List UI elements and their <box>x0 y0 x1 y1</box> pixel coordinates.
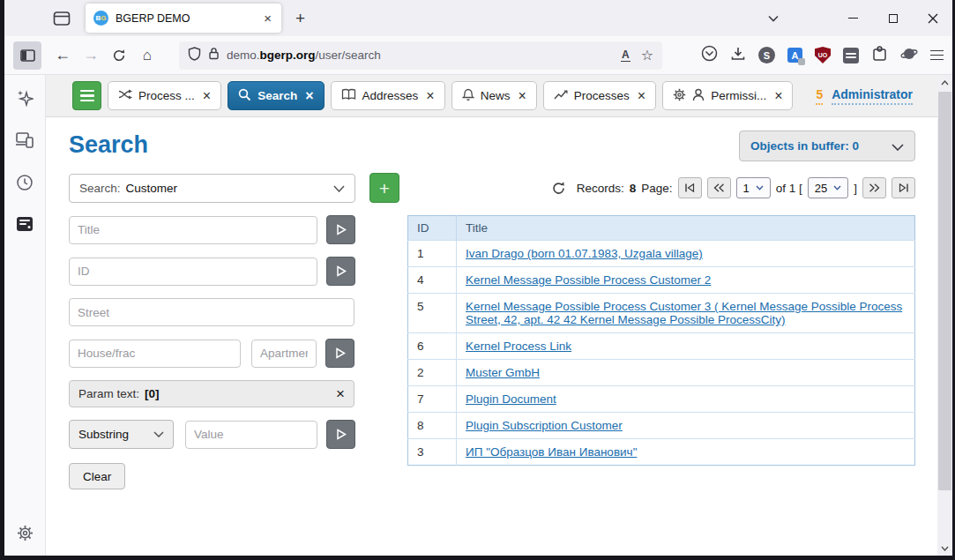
close-icon[interactable]: × <box>203 88 211 104</box>
objects-in-buffer-button[interactable]: Objects in buffer: 0 <box>739 131 915 161</box>
page-number-select[interactable]: 1 <box>736 177 771 198</box>
app-tab-process[interactable]: Process ... × <box>108 81 221 110</box>
id-input[interactable] <box>69 258 317 286</box>
history-clock-icon[interactable] <box>16 174 34 195</box>
extensions-area: S A UO <box>701 45 944 65</box>
shield-icon[interactable] <box>188 47 201 64</box>
param-value-input[interactable] <box>185 421 317 449</box>
settings-gear-icon[interactable] <box>17 525 34 545</box>
translate-page-icon[interactable]: A <box>621 49 630 62</box>
list-all-tabs-button[interactable] <box>753 0 793 36</box>
page-title: Search <box>69 131 148 159</box>
reload-button[interactable] <box>105 41 133 70</box>
close-icon[interactable]: × <box>518 88 526 104</box>
title-input[interactable] <box>69 216 317 244</box>
menu-hamburger-icon[interactable] <box>930 50 944 61</box>
pocket-icon[interactable] <box>701 45 718 65</box>
prev-page-button[interactable] <box>707 177 731 198</box>
app-tab-processes[interactable]: Processes × <box>543 81 656 110</box>
app-tab-permissions[interactable]: Permissi... × <box>662 81 793 110</box>
results-table: ID Title 1 Ivan Drago (born 01.07.1983, … <box>407 215 915 466</box>
param-filter-bar: Param text: [0] × <box>69 380 354 407</box>
ai-sparkle-icon[interactable] <box>16 89 34 110</box>
startpage-extension-icon[interactable]: S <box>758 47 775 63</box>
bookmark-star-icon[interactable]: ☆ <box>641 47 653 63</box>
refresh-icon[interactable] <box>551 181 566 196</box>
synced-tabs-icon[interactable] <box>15 131 34 153</box>
scroll-up-arrow[interactable] <box>937 75 952 90</box>
close-button[interactable] <box>913 0 952 36</box>
browser-window: BG BGERP DEMO × + ← → <box>4 0 952 556</box>
record-link[interactable]: Kernel Message Possible Process Customer… <box>466 300 902 326</box>
site-favicon: BG <box>93 11 108 26</box>
next-page-button[interactable] <box>862 177 886 198</box>
tab-close-icon[interactable]: × <box>262 11 273 26</box>
first-page-button[interactable] <box>678 177 702 198</box>
scroll-down-arrow[interactable] <box>937 541 952 556</box>
run-search-button[interactable] <box>326 420 355 449</box>
person-icon <box>692 88 705 104</box>
close-icon[interactable]: × <box>638 88 645 104</box>
url-bar[interactable]: demo.bgerp.org/user/search A ☆ <box>179 41 662 70</box>
table-row: 3 ИП "Образцов Иван Иванович" <box>408 439 915 466</box>
puzzle-extensions-icon[interactable] <box>871 45 888 65</box>
bookmarks-panel-icon[interactable] <box>16 216 34 235</box>
translate-extension-icon[interactable]: A <box>787 48 802 63</box>
content-scrollbar[interactable] <box>937 75 952 556</box>
firefox-view-icon[interactable] <box>48 5 75 32</box>
record-link[interactable]: Kernel Message Possible Process Customer… <box>466 273 711 287</box>
planet-extension-icon[interactable] <box>900 46 918 65</box>
downloads-icon[interactable] <box>730 46 746 65</box>
record-link[interactable]: Plugin Document <box>466 392 556 406</box>
new-tab-button[interactable]: + <box>295 9 305 28</box>
clear-button[interactable]: Clear <box>69 463 125 489</box>
remove-param-icon[interactable]: × <box>336 385 345 403</box>
pagination: Records: 8 Page: 1 <box>551 177 915 198</box>
run-search-button[interactable] <box>326 215 355 244</box>
run-search-button[interactable] <box>325 339 354 368</box>
apartment-input[interactable] <box>251 340 317 368</box>
close-icon[interactable]: × <box>305 88 313 104</box>
trend-chart-icon <box>554 89 568 103</box>
home-button[interactable]: ⌂ <box>133 41 161 70</box>
house-input[interactable] <box>69 340 241 368</box>
last-page-button[interactable] <box>892 177 915 198</box>
browser-tabstrip: BG BGERP DEMO × + <box>4 0 952 36</box>
forward-button[interactable]: → <box>77 41 105 70</box>
scrollbar-thumb[interactable] <box>938 92 951 490</box>
record-link[interactable]: Kernel Process Link <box>466 340 571 353</box>
app-menu-button[interactable] <box>72 81 101 110</box>
run-search-button[interactable] <box>326 257 355 286</box>
container-extension-icon[interactable] <box>843 48 859 63</box>
close-icon[interactable]: × <box>774 88 782 104</box>
record-link[interactable]: Muster GmbH <box>466 366 540 379</box>
back-button[interactable]: ← <box>48 41 77 70</box>
bell-icon <box>462 88 474 104</box>
sidebar-toggle-button[interactable] <box>13 41 41 70</box>
current-user-link[interactable]: Administrator <box>832 87 913 105</box>
search-type-select[interactable]: Search:Customer <box>69 174 355 203</box>
table-row: 1 Ivan Drago (born 01.07.1983, Uzgala vi… <box>408 241 915 267</box>
add-button[interactable]: + <box>369 173 399 203</box>
street-input[interactable] <box>69 298 354 326</box>
record-link[interactable]: ИП "Образцов Иван Иванович" <box>466 445 637 459</box>
table-row: 5 Kernel Message Possible Process Custom… <box>408 294 915 333</box>
page-size-select[interactable]: 25 <box>808 177 848 198</box>
table-row: 6 Kernel Process Link <box>408 333 915 360</box>
minimize-button[interactable] <box>833 0 873 36</box>
ublock-origin-icon[interactable]: UO <box>815 47 831 63</box>
browser-tab-active[interactable]: BG BGERP DEMO × <box>86 4 281 33</box>
search-page: Search Objects in buffer: 0 Search:Custo… <box>46 117 937 502</box>
table-header-row: ID Title <box>408 216 915 241</box>
match-mode-select[interactable]: Substring <box>69 420 174 449</box>
maximize-button[interactable] <box>873 0 913 36</box>
app-tab-search[interactable]: Search × <box>228 81 324 110</box>
lock-icon[interactable] <box>208 47 220 63</box>
book-icon <box>341 88 356 103</box>
record-link[interactable]: Ivan Drago (born 01.07.1983, Uzgala vill… <box>466 247 703 260</box>
record-link[interactable]: Plugin Subscription Customer <box>466 419 623 432</box>
app-tab-addresses[interactable]: Addresses × <box>331 81 445 110</box>
close-icon[interactable]: × <box>426 88 434 104</box>
open-objects-count[interactable]: 5 <box>816 87 823 105</box>
app-tab-news[interactable]: News × <box>451 81 537 110</box>
